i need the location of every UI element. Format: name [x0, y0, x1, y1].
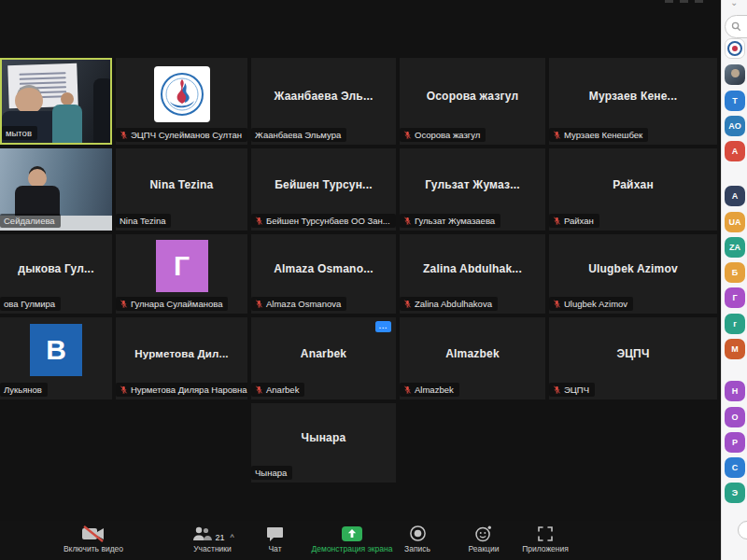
- person-head: [15, 88, 43, 114]
- contact-avatar[interactable]: T: [725, 91, 745, 111]
- participant-name-label: Бейшен Турсунбаев ОО Зан...: [251, 214, 396, 228]
- participant-tile[interactable]: Жаанбаева Эль... Жаанбаева Эльмура: [251, 58, 396, 145]
- avatar: Г: [156, 240, 208, 292]
- contact-avatar[interactable]: Э: [725, 483, 745, 503]
- participant-tile[interactable]: Almazbek Almazbek: [400, 317, 545, 399]
- participant-display-name: Anarbek: [251, 347, 396, 360]
- participant-display-name: дыкова Гул...: [0, 262, 112, 275]
- contact-avatar[interactable]: Г: [725, 287, 745, 308]
- person-body: [52, 105, 82, 145]
- contact-avatar[interactable]: С: [725, 457, 745, 478]
- participant-name-label: Гулнара Сулайманова: [116, 297, 228, 311]
- sidebar-action-button[interactable]: [738, 521, 747, 539]
- participant-name-label: Zalina Abdulhakova: [400, 297, 498, 311]
- photo-avatar[interactable]: [725, 64, 745, 85]
- participant-tile[interactable]: Г Гулнара Сулайманова: [116, 234, 247, 314]
- chat-button[interactable]: Чат: [254, 525, 296, 553]
- window-control-dash: [680, 0, 688, 3]
- muted-mic-icon: [120, 385, 128, 395]
- participant-tile[interactable]: ЭЦПЧ Сулейманов Султан: [116, 58, 247, 145]
- participant-tile[interactable]: Бейшен Турсун... Бейшен Турсунбаев ОО За…: [251, 148, 396, 231]
- participant-display-name: Almaza Osmano...: [251, 262, 396, 275]
- muted-mic-icon: [255, 216, 263, 226]
- contact-avatar[interactable]: AO: [725, 116, 745, 136]
- site-favicon-avatar[interactable]: [725, 38, 745, 59]
- participant-tile[interactable]: ... Anarbek Anarbek: [251, 317, 396, 399]
- contact-avatar[interactable]: О: [725, 407, 745, 427]
- participants-count: 21: [215, 533, 224, 542]
- reactions-button[interactable]: Реакции: [457, 525, 511, 553]
- participant-display-name: Гульзат Жумаз...: [400, 178, 545, 191]
- participants-icon: 21^: [168, 525, 257, 542]
- participants-caret-icon[interactable]: ^: [230, 533, 233, 542]
- participant-tile[interactable]: Нурметова Дил... Нурметова Диляра Наровн…: [116, 317, 247, 399]
- meeting-toolbar: ^ к Включить видео 21^ Участники Чат: [0, 521, 721, 560]
- apps-icon: [512, 525, 579, 542]
- contact-avatar[interactable]: г: [725, 314, 745, 334]
- muted-mic-icon: [403, 216, 412, 226]
- participant-tile[interactable]: дыкова Гул... ова Гулмира: [0, 234, 112, 314]
- zoom-window: мытов ЭЦПЧ Сулейманов Султан Жаанбаева Э…: [0, 0, 721, 560]
- contact-avatar[interactable]: Б: [725, 262, 745, 283]
- participant-name-label: Райхан: [549, 214, 599, 228]
- muted-mic-icon: [553, 216, 561, 226]
- muted-mic-icon: [553, 385, 561, 395]
- ecpc-logo: [154, 66, 210, 122]
- muted-mic-icon: [403, 130, 412, 140]
- muted-mic-icon: [553, 299, 561, 309]
- participant-tile[interactable]: Ulugbek Azimov Ulugbek Azimov: [549, 234, 717, 314]
- share-screen-button[interactable]: Демонстрация экрана: [301, 525, 403, 553]
- screen: мытов ЭЦПЧ Сулейманов Султан Жаанбаева Э…: [0, 0, 747, 560]
- record-button[interactable]: Запись: [390, 525, 444, 553]
- participant-display-name: Чынара: [251, 431, 396, 444]
- participant-tile[interactable]: ЭЦПЧ ЭЦПЧ: [549, 317, 717, 399]
- participant-name-label: ЭЦПЧ: [549, 383, 595, 397]
- reactions-icon: [457, 525, 511, 542]
- share-screen-icon: [301, 525, 403, 542]
- participant-display-name: Мурзаев Кене...: [549, 90, 717, 103]
- contact-avatar[interactable]: Н: [725, 381, 745, 401]
- participants-button[interactable]: 21^ Участники: [168, 525, 257, 553]
- contact-avatar[interactable]: A: [725, 186, 745, 206]
- muted-mic-icon: [553, 130, 561, 140]
- search-input[interactable]: [725, 15, 747, 38]
- participant-name-label: Almazbek: [400, 383, 459, 397]
- person-body: [93, 78, 112, 145]
- participant-tile[interactable]: Almaza Osmano... Almaza Osmanova: [251, 234, 396, 314]
- participant-display-name: Zalina Abdulhak...: [400, 262, 545, 275]
- person-head: [28, 169, 47, 188]
- muted-mic-icon: [403, 299, 412, 309]
- start-video-button[interactable]: Включить видео: [42, 525, 145, 553]
- contact-avatar[interactable]: A: [725, 141, 745, 161]
- participant-display-name: Ulugbek Azimov: [549, 262, 717, 275]
- participant-name-label: Осорова жазгул: [400, 128, 486, 142]
- contact-avatar[interactable]: ZA: [725, 237, 745, 258]
- participant-tile-video[interactable]: мытов: [0, 58, 112, 145]
- video-off-icon: [42, 525, 145, 542]
- participant-tile-video[interactable]: Сейдалиева: [0, 148, 112, 231]
- participant-tile[interactable]: В Лукьянов: [0, 317, 112, 399]
- participant-display-name: Райхан: [549, 178, 717, 191]
- contact-avatar[interactable]: М: [725, 339, 745, 359]
- participant-tile[interactable]: Чынара Чынара: [251, 403, 396, 483]
- apps-button[interactable]: Приложения: [512, 525, 579, 553]
- participant-tile[interactable]: Осорова жазгул Осорова жазгул: [400, 58, 545, 145]
- participant-tile[interactable]: Гульзат Жумаз... Гульзат Жумазаева: [400, 148, 545, 231]
- participant-tile[interactable]: Райхан Райхан: [549, 148, 717, 231]
- participant-tile[interactable]: Nina Tezina Nina Tezina: [116, 148, 247, 231]
- window-control-dash: [695, 0, 703, 3]
- participant-name-label: Гульзат Жумазаева: [400, 214, 500, 228]
- participant-display-name: Almazbek: [400, 347, 545, 360]
- contact-avatar[interactable]: UA: [725, 212, 745, 232]
- chevron-down-icon[interactable]: ⌄: [730, 0, 738, 7]
- participant-tile[interactable]: Zalina Abdulhak... Zalina Abdulhakova: [400, 234, 545, 314]
- muted-mic-icon: [120, 130, 128, 140]
- participant-tile[interactable]: Мурзаев Кене... Мурзаев Кенешбек: [549, 58, 717, 145]
- search-icon: [731, 21, 741, 32]
- participant-name-label: Чынара: [251, 466, 292, 480]
- window-control-dash: [665, 0, 673, 3]
- participant-name-label: Anarbek: [251, 383, 304, 397]
- contact-avatar[interactable]: Р: [725, 432, 745, 453]
- record-icon: [390, 525, 444, 542]
- more-options-badge[interactable]: ...: [375, 321, 391, 332]
